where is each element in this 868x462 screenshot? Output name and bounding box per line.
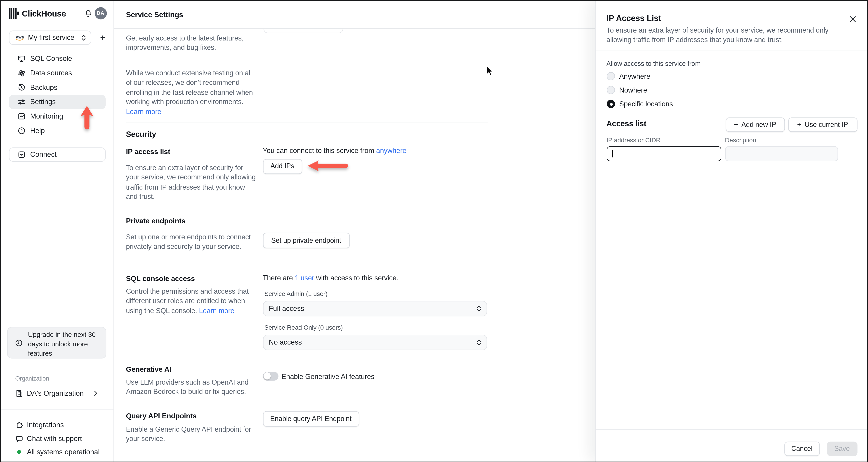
radio-nowhere[interactable]: Nowhere [607, 86, 647, 94]
one-user-link[interactable]: 1 user [295, 273, 314, 282]
ip-address-label: IP address or CIDR [607, 137, 660, 143]
release-paragraph-2-text: While we conduct extensive testing on al… [126, 69, 253, 106]
description-label: Description [725, 137, 756, 143]
clickhouse-console-window: ClickHouse DA aws My first service + SQL… [1, 1, 867, 461]
annotation-arrow-left [306, 158, 350, 173]
service-admin-label: Service Admin (1 user) [264, 290, 327, 297]
users-prefix: There are [263, 273, 295, 282]
sidebar-item-label: Data sources [30, 69, 72, 77]
radio-label: Anywhere [619, 72, 650, 80]
panel-description: To ensure an extra layer of security for… [607, 26, 853, 45]
sidebar-item-label: Help [30, 126, 45, 135]
toggle-knob [264, 372, 271, 380]
mouse-cursor [486, 65, 493, 77]
upgrade-text: Upgrade in the next 30 days to unlock mo… [28, 330, 102, 358]
clickhouse-logo-icon [8, 8, 19, 19]
security-heading: Security [126, 129, 156, 138]
section-divider [126, 122, 487, 122]
chat-bubble-icon [15, 435, 23, 442]
plus-icon: + [797, 120, 801, 128]
integrations-label: Integrations [27, 421, 64, 429]
ip-address-input[interactable] [607, 146, 721, 161]
connect-label: Connect [30, 150, 57, 158]
service-admin-select[interactable]: Full access [263, 301, 487, 316]
building-icon [15, 389, 23, 397]
sidebar: ClickHouse DA aws My first service + SQL… [1, 1, 114, 461]
service-readonly-label: Service Read Only (0 users) [264, 324, 343, 330]
release-paragraph-2: While we conduct extensive testing on al… [126, 68, 254, 117]
notification-bell-icon[interactable] [84, 9, 92, 18]
service-selector[interactable]: aws My first service [8, 30, 91, 45]
sidebar-item-integrations[interactable]: Integrations [1, 418, 113, 431]
radio-label: Specific locations [619, 99, 673, 108]
enable-query-api-button[interactable]: Enable query API Endpoint [263, 411, 359, 427]
sidebar-item-backups[interactable]: Backups [8, 80, 105, 94]
radio-icon [607, 86, 615, 94]
sidebar-item-label: Backups [30, 83, 57, 91]
connect-from-prefix: You can connect to this service from [263, 146, 376, 154]
sidebar-item-label: Settings [30, 97, 56, 106]
setup-private-endpoint-button[interactable]: Set up private endpoint [263, 232, 349, 248]
sidebar-item-system-status[interactable]: All systems operational [1, 445, 113, 459]
aws-logo-icon: aws [15, 34, 24, 41]
description-input[interactable] [725, 146, 838, 161]
release-paragraph-1: Get early access to the latest features,… [126, 33, 254, 53]
sidebar-item-data-sources[interactable]: Data sources [8, 66, 105, 80]
learn-more-link[interactable]: Learn more [126, 108, 161, 115]
query-api-title: Query API Endpoints [126, 411, 197, 420]
access-list-heading: Access list [607, 119, 646, 127]
use-current-ip-label: Use current IP [805, 121, 848, 128]
panel-divider-bottom [595, 429, 867, 430]
chevron-up-down-icon [476, 305, 481, 312]
service-readonly-value: No access [269, 338, 302, 346]
private-endpoints-description: Set up one or more endpoints to connect … [126, 232, 256, 252]
organization-label: Organization [15, 375, 49, 381]
chevron-right-icon [94, 390, 97, 396]
add-ips-button[interactable]: Add IPs [263, 159, 302, 174]
sql-console-icon [18, 55, 25, 62]
radio-label: Nowhere [619, 86, 647, 94]
connect-from-text: You can connect to this service from any… [263, 146, 406, 154]
sidebar-item-sql-console[interactable]: SQL Console [8, 51, 105, 66]
ip-access-list-title: IP access list [126, 147, 170, 155]
sidebar-item-chat-support[interactable]: Chat with support [1, 432, 113, 445]
chevron-up-down-icon [81, 34, 86, 41]
anywhere-link[interactable]: anywhere [376, 146, 406, 154]
data-sources-icon [18, 69, 25, 77]
sidebar-item-label: Monitoring [30, 112, 63, 120]
radio-specific-locations[interactable]: Specific locations [607, 99, 673, 108]
fast-release-select-partial[interactable] [263, 29, 343, 33]
save-button[interactable]: Save [827, 441, 857, 456]
backups-icon [18, 84, 25, 91]
radio-anywhere[interactable]: Anywhere [607, 72, 650, 80]
add-new-ip-button[interactable]: + Add new IP [725, 117, 784, 132]
svg-text:?: ? [20, 128, 22, 133]
upgrade-banner[interactable]: Upgrade in the next 30 days to unlock mo… [7, 327, 106, 358]
avatar[interactable]: DA [94, 7, 107, 19]
page-title: Service Settings [114, 10, 183, 19]
generative-ai-title: Generative AI [126, 365, 171, 373]
cancel-button[interactable]: Cancel [784, 441, 819, 456]
connect-icon [18, 150, 25, 158]
sql-learn-more-link[interactable]: Learn more [199, 307, 234, 315]
radio-icon [607, 72, 615, 80]
close-icon[interactable] [849, 15, 856, 22]
ip-access-list-panel: IP Access List To ensure an extra layer … [595, 1, 866, 461]
ip-access-description: To ensure an extra layer of security for… [126, 163, 256, 202]
use-current-ip-button[interactable]: + Use current IP [788, 117, 857, 132]
add-new-ip-label: Add new IP [741, 121, 776, 128]
text-caret [612, 150, 612, 157]
query-api-description: Enable a Generic Query API endpoint for … [126, 425, 256, 444]
allow-access-label: Allow access to this service from [607, 59, 701, 67]
add-service-button[interactable]: + [98, 32, 107, 43]
clock-icon [15, 339, 22, 347]
service-readonly-select[interactable]: No access [263, 335, 487, 350]
plus-icon: + [734, 120, 738, 128]
sql-console-users-text: There are 1 user with access to this ser… [263, 273, 398, 282]
organization-selector[interactable]: DA's Organization [1, 386, 113, 400]
annotation-arrow-up [79, 104, 94, 132]
panel-divider-top [595, 50, 867, 50]
sql-console-access-title: SQL console access [126, 274, 195, 282]
generative-ai-toggle[interactable] [263, 372, 278, 380]
connect-button[interactable]: Connect [8, 147, 105, 162]
